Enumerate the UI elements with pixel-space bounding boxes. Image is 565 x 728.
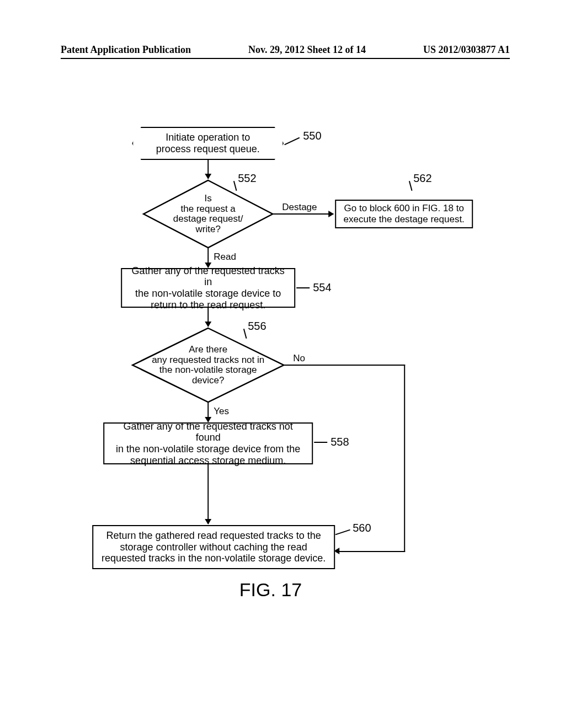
node-560-text: Return the gathered read requested track… bbox=[102, 530, 326, 564]
node-554-process: Gather any of the requested tracks in th… bbox=[121, 268, 295, 308]
ref-552: 552 bbox=[238, 172, 256, 185]
ref-560-tick bbox=[335, 529, 350, 536]
node-550-text: Initiate operation to process request qu… bbox=[156, 132, 260, 154]
node-562-text: Go to block 600 in FIG. 18 to execute th… bbox=[344, 203, 465, 224]
node-552-text: Is the request a destage request/ write? bbox=[150, 194, 266, 235]
arrow-550-552 bbox=[207, 160, 209, 179]
page-header: Patent Application Publication Nov. 29, … bbox=[61, 44, 510, 59]
node-558-process: Gather any of the requested tracks not f… bbox=[103, 422, 313, 464]
figure-label: FIG. 17 bbox=[239, 579, 302, 601]
ref-556: 556 bbox=[248, 320, 266, 333]
ref-558-tick bbox=[314, 442, 327, 443]
node-556-text: Are there any requested tracks not in th… bbox=[140, 345, 276, 386]
arrow-556-no-into560 bbox=[339, 551, 405, 552]
arrow-554-556 bbox=[207, 308, 209, 326]
line-556-no-h bbox=[284, 365, 405, 366]
ref-550: 550 bbox=[303, 130, 321, 142]
ref-560: 560 bbox=[353, 522, 371, 534]
ref-562: 562 bbox=[413, 172, 431, 185]
node-552-decision: Is the request a destage request/ write? bbox=[142, 179, 274, 249]
edge-destage: Destage bbox=[281, 202, 318, 213]
ref-554: 554 bbox=[313, 281, 331, 294]
node-558-text: Gather any of the requested tracks not f… bbox=[110, 421, 306, 467]
node-556-decision: Are there any requested tracks not in th… bbox=[131, 326, 285, 404]
edge-read: Read bbox=[212, 251, 237, 263]
ref-558: 558 bbox=[331, 436, 349, 448]
ref-562-tick bbox=[409, 181, 413, 191]
line-556-no-v bbox=[404, 365, 405, 552]
arrow-552-562 bbox=[273, 213, 333, 215]
node-560-process: Return the gathered read requested track… bbox=[92, 525, 335, 569]
arrow-558-560 bbox=[207, 464, 209, 524]
node-554-text: Gather any of the requested tracks in th… bbox=[127, 265, 289, 311]
ref-554-tick bbox=[296, 287, 310, 288]
ref-550-tick bbox=[284, 137, 300, 145]
header-left: Patent Application Publication bbox=[61, 44, 191, 56]
node-550-start: Initiate operation to process request qu… bbox=[132, 127, 284, 160]
node-562-process: Go to block 600 in FIG. 18 to execute th… bbox=[335, 200, 473, 228]
edge-yes: Yes bbox=[212, 406, 230, 417]
header-center: Nov. 29, 2012 Sheet 12 of 14 bbox=[248, 44, 366, 56]
header-right: US 2012/0303877 A1 bbox=[423, 44, 510, 56]
arrow-552-554 bbox=[207, 248, 209, 267]
arrow-556-558 bbox=[207, 402, 209, 422]
edge-no: No bbox=[292, 353, 306, 364]
flowchart: Initiate operation to process request qu… bbox=[38, 127, 491, 618]
